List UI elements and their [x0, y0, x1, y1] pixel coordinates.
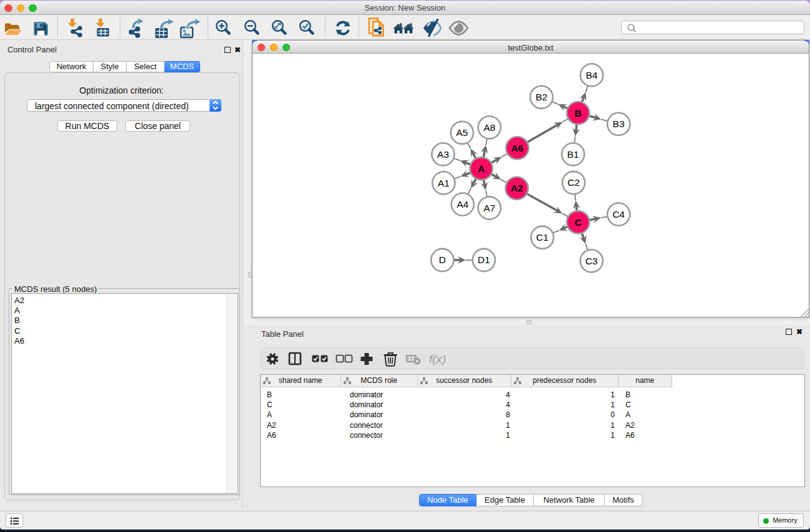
svg-text:B1: B1 [567, 149, 579, 160]
svg-text:A6: A6 [511, 143, 524, 153]
svg-text:A3: A3 [437, 149, 449, 160]
svg-text:A: A [478, 163, 485, 174]
svg-text:f(x): f(x) [429, 352, 446, 365]
svg-text:C1: C1 [536, 232, 549, 243]
svg-text:A7: A7 [483, 203, 495, 213]
svg-text:B2: B2 [536, 92, 547, 102]
svg-text:B4: B4 [586, 70, 598, 80]
svg-text:A8: A8 [483, 122, 495, 133]
svg-text:A2: A2 [511, 183, 523, 193]
svg-text:D1: D1 [478, 254, 490, 265]
svg-text:A4: A4 [456, 199, 468, 210]
svg-text:C: C [574, 217, 581, 228]
svg-text:A5: A5 [456, 127, 468, 138]
svg-text:C4: C4 [612, 209, 625, 220]
svg-text:A1: A1 [438, 178, 450, 188]
svg-text:B: B [574, 108, 581, 118]
svg-text:C3: C3 [586, 256, 598, 266]
svg-text:C2: C2 [567, 177, 580, 188]
svg-text:B3: B3 [613, 118, 625, 129]
svg-text:D: D [439, 254, 446, 265]
